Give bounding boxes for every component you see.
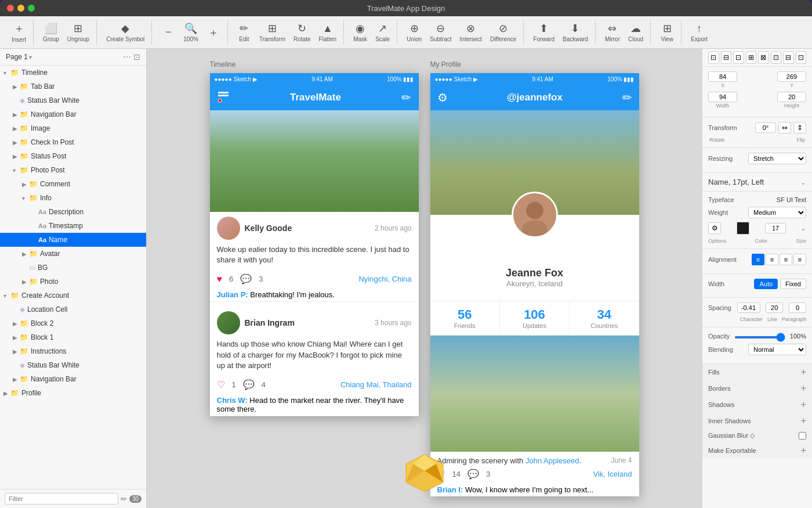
traffic-light-red[interactable] (7, 5, 14, 12)
cloud-button[interactable]: ☁ Cloud (625, 20, 647, 45)
position-y-input[interactable]: 269 (777, 71, 806, 82)
post-location-2[interactable]: Chiang Mai, Thailand (340, 380, 412, 389)
sidebar-item-tab-bar[interactable]: ▶ 📁 Tab Bar (0, 80, 146, 93)
rotate-input[interactable] (755, 123, 776, 133)
union-button[interactable]: ⊕ Union (403, 20, 425, 45)
fills-section-header[interactable]: Fills + (702, 364, 812, 380)
sidebar-item-photo[interactable]: ▶ 📁 Photo (0, 275, 146, 289)
nav-left-icon-p[interactable]: ⚙ (437, 91, 448, 105)
sidebar-item-profile[interactable]: ▶ 📁 Profile (0, 386, 146, 400)
color-swatch[interactable] (737, 222, 749, 235)
page-selector[interactable]: Page 1 ▾ (6, 53, 32, 61)
sidebar-item-avatar[interactable]: ▶ 📁 Avatar (0, 247, 146, 261)
sidebar-item-bg[interactable]: ▭ BG (0, 261, 146, 275)
sidebar-item-status-bar-white[interactable]: ◈ Status Bar White (0, 93, 146, 107)
width-fixed-button[interactable]: Fixed (780, 279, 806, 289)
align-center-h-icon[interactable]: ⊟ (721, 51, 732, 64)
ungroup-button[interactable]: ⊞ Ungroup (64, 20, 93, 45)
insert-button[interactable]: ＋ Insert (8, 19, 30, 45)
sidebar-item-block-1[interactable]: ▶ 📁 Block 1 (0, 330, 146, 344)
like-icon[interactable]: ♥ (217, 274, 223, 284)
mask-button[interactable]: ◉ Mask (350, 20, 371, 45)
group-button[interactable]: ⬜ Group (39, 20, 63, 45)
options-button[interactable]: ⚙ (708, 222, 721, 234)
sidebar-item-timeline[interactable]: ▾ 📁 Timeline (0, 66, 146, 80)
transform-button[interactable]: ⊞ Transform (256, 20, 289, 45)
sidebar-item-info[interactable]: ▾ 📁 Info (0, 191, 146, 205)
difference-button[interactable]: ⊘ Difference (487, 20, 520, 45)
edit-button[interactable]: ✏ Edit (234, 20, 255, 45)
comment-icon-2[interactable]: 💬 (243, 379, 255, 390)
backward-button[interactable]: ⬇ Backward (559, 20, 592, 45)
zoom-in-button[interactable]: ＋ (203, 23, 224, 42)
traffic-light-yellow[interactable] (17, 5, 24, 12)
gaussian-blur-toggle[interactable] (799, 432, 806, 439)
like-icon-2[interactable]: ♡ (217, 379, 225, 390)
sidebar-item-create-account[interactable]: ▾ 📁 Create Account (0, 289, 146, 302)
gaussian-blur-section-header[interactable]: Gaussian Blur ◇ (702, 429, 812, 442)
nav-left-icon[interactable] (217, 90, 230, 106)
create-symbol-button[interactable]: ◆ Create Symbol (103, 20, 148, 45)
sidebar-item-timestamp[interactable]: Aa Timestamp (0, 219, 146, 233)
flatten-button[interactable]: ▲ Flatten (316, 20, 340, 45)
font-size-input[interactable] (765, 223, 786, 233)
sidebar-item-block-2[interactable]: ▶ 📁 Block 2 (0, 316, 146, 330)
sidebar-options-icon[interactable]: ⋯ (123, 52, 131, 62)
spacing-char-input[interactable] (737, 302, 760, 313)
edit-icon[interactable]: ✏ (121, 495, 127, 503)
rotate-button[interactable]: ↻ Rotate (290, 20, 314, 45)
view-button[interactable]: ⊞ View (657, 20, 677, 45)
flip-left-button[interactable]: ⇔ (778, 122, 791, 134)
blending-dropdown[interactable]: Normal Multiply Screen (748, 344, 806, 355)
mirror-button[interactable]: ⇔ Mirror (601, 20, 624, 45)
exportable-add-icon[interactable]: + (801, 445, 806, 456)
spacing-line-input[interactable] (766, 302, 783, 313)
export-button[interactable]: ↑ Export (687, 20, 711, 45)
borders-section-header[interactable]: Borders + (702, 380, 812, 397)
sidebar-item-check-in-post[interactable]: ▶ 📁 Check In Post (0, 135, 146, 149)
sidebar-item-instructions[interactable]: ▶ 📁 Instructions (0, 344, 146, 358)
zoom-level[interactable]: 🔍 100% (180, 20, 202, 45)
sidebar-item-name[interactable]: Aa Name (0, 233, 146, 247)
intersect-button[interactable]: ⊗ Intersect (456, 20, 485, 45)
sidebar-item-location-cell[interactable]: ◈ Location Cell (0, 302, 146, 316)
nav-right-icon-p[interactable]: ✏ (622, 91, 632, 105)
weight-dropdown[interactable]: Medium Regular Bold Light (748, 207, 806, 218)
comment-icon[interactable]: 💬 (240, 273, 252, 284)
inner-shadows-section-header[interactable]: Inner Shadows + (702, 413, 812, 429)
sidebar-item-description[interactable]: Aa Description (0, 205, 146, 219)
align-justify-button[interactable]: ≡ (793, 254, 806, 265)
post-location-1[interactable]: Nyingchi, China (358, 275, 411, 283)
font-size-stepper[interactable]: ⌄ (800, 224, 806, 232)
forward-button[interactable]: ⬆ Forward (530, 20, 558, 45)
align-left-button[interactable]: ≡ (752, 254, 764, 265)
opacity-slider[interactable] (734, 336, 785, 338)
filter-input[interactable] (5, 493, 118, 505)
sidebar-item-image[interactable]: ▶ 📁 Image (0, 121, 146, 135)
shadows-section-header[interactable]: Shadows + (702, 397, 812, 413)
size-height-input[interactable] (777, 92, 806, 102)
nav-right-icon[interactable]: ✏ (401, 91, 411, 105)
flip-right-button[interactable]: ⇕ (793, 122, 806, 134)
post-location-p[interactable]: Vik, Iceland (593, 470, 632, 478)
align-top-icon[interactable]: ⊞ (746, 51, 757, 64)
resizing-dropdown[interactable]: Stretch Pin to corner Float (748, 153, 806, 164)
sidebar-item-comment[interactable]: ▶ 📁 Comment (0, 177, 146, 191)
align-bottom-icon[interactable]: ⊡ (771, 51, 782, 64)
sidebar-item-navigation-bar[interactable]: ▶ 📁 Navigation Bar (0, 107, 146, 121)
distribute-h-icon[interactable]: ⊟ (783, 51, 794, 64)
shadows-add-icon[interactable]: + (801, 399, 806, 410)
style-preset-chevron[interactable]: ⌄ (800, 178, 806, 186)
size-width-input[interactable] (708, 92, 737, 102)
zoom-out-button[interactable]: − (158, 24, 179, 41)
style-preset-value[interactable]: Name, 17pt, Left (708, 178, 764, 186)
align-center-v-icon[interactable]: ⊠ (758, 51, 769, 64)
sidebar-item-navigation-bar-2[interactable]: ▶ 📁 Navigation Bar (0, 372, 146, 386)
distribute-v-icon[interactable]: ⊡ (796, 51, 807, 64)
align-right-icon[interactable]: ⊡ (733, 51, 744, 64)
fills-add-icon[interactable]: + (801, 367, 806, 377)
spacing-para-input[interactable] (789, 302, 806, 313)
sidebar-collapse-icon[interactable]: ⊡ (133, 52, 140, 62)
align-left-icon[interactable]: ⊡ (708, 51, 719, 64)
align-center-button[interactable]: ≡ (766, 254, 778, 265)
